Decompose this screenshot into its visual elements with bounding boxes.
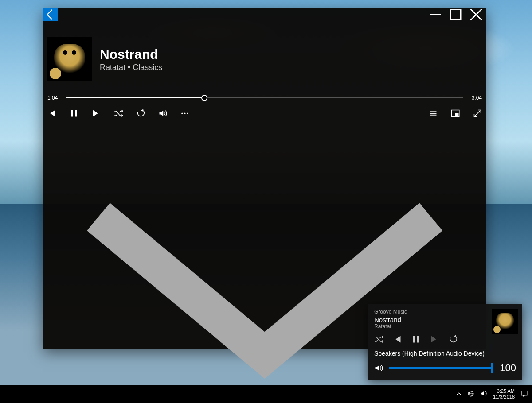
svg-point-6 — [181, 112, 183, 114]
svg-rect-5 — [75, 110, 77, 117]
progress-row: 1:04 3:04 — [43, 95, 486, 101]
track-title: Nostrand — [100, 47, 162, 62]
system-tray: 3:25 AM 11/3/2018 — [456, 388, 528, 400]
close-button[interactable] — [466, 8, 486, 21]
titlebar — [43, 8, 486, 21]
svg-rect-4 — [71, 110, 73, 117]
pause-button[interactable] — [70, 109, 78, 118]
album-art[interactable] — [47, 37, 92, 81]
next-button[interactable] — [92, 109, 101, 118]
svg-rect-1 — [451, 10, 461, 20]
mini-player-button[interactable] — [451, 109, 460, 118]
clock[interactable]: 3:25 AM 11/3/2018 — [493, 388, 515, 400]
minimize-button[interactable] — [425, 8, 446, 21]
elapsed-time: 1:04 — [47, 95, 61, 101]
repeat-button[interactable] — [136, 109, 145, 118]
volume-value: 100 — [498, 362, 516, 374]
svg-rect-21 — [521, 391, 527, 395]
previous-button[interactable] — [47, 109, 56, 118]
svg-rect-18 — [417, 336, 419, 343]
taskbar[interactable]: 3:25 AM 11/3/2018 — [0, 385, 532, 403]
date-text: 11/3/2018 — [493, 394, 515, 400]
flyout-previous-button[interactable] — [393, 335, 402, 344]
volume-button[interactable] — [158, 109, 167, 118]
flyout-pause-button[interactable] — [411, 335, 420, 344]
svg-point-7 — [184, 112, 185, 114]
svg-rect-13 — [455, 113, 459, 116]
now-playing-list-button[interactable] — [429, 109, 438, 118]
seek-bar[interactable] — [66, 97, 463, 98]
flyout-shuffle-button[interactable] — [374, 335, 383, 344]
svg-point-8 — [187, 112, 188, 114]
volume-row: 100 — [374, 362, 516, 374]
tray-volume-icon[interactable] — [480, 390, 487, 398]
track-subtitle: Ratatat • Classics — [100, 63, 162, 72]
audio-device-name[interactable]: Speakers (High Definition Audio Device) — [374, 350, 516, 357]
time-text: 3:25 AM — [493, 388, 515, 394]
fullscreen-button[interactable] — [473, 109, 482, 118]
transport-controls — [43, 101, 486, 126]
flyout-repeat-button[interactable] — [449, 335, 458, 344]
tray-overflow-icon[interactable] — [456, 391, 462, 397]
svg-rect-17 — [413, 336, 415, 343]
shuffle-button[interactable] — [114, 109, 123, 118]
flyout-controls — [374, 335, 516, 344]
now-playing-header: Nostrand Ratatat • Classics — [43, 21, 486, 90]
action-center-icon[interactable] — [521, 390, 528, 398]
maximize-button[interactable] — [446, 8, 466, 21]
total-time: 3:04 — [469, 95, 482, 101]
volume-media-flyout: Groove Music Nostrand Ratatat Speakers (… — [368, 304, 522, 380]
flyout-album-art[interactable] — [492, 309, 518, 334]
network-icon[interactable] — [468, 391, 474, 398]
volume-icon[interactable] — [374, 364, 383, 372]
groove-music-window: Nostrand Ratatat • Classics 1:04 3:04 — [43, 8, 486, 349]
more-button[interactable] — [180, 109, 189, 118]
flyout-next-button[interactable] — [430, 335, 439, 344]
back-button[interactable] — [43, 8, 58, 21]
volume-slider[interactable] — [389, 368, 492, 368]
